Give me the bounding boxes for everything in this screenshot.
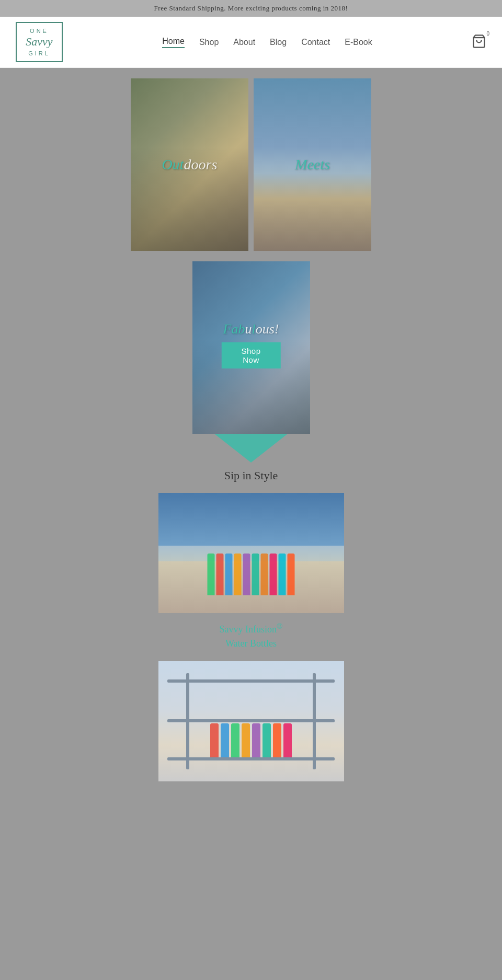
sip-in-style-text: Sip in Style: [31, 469, 471, 482]
bottles-row: [208, 554, 295, 595]
bottle: [288, 554, 295, 595]
nav-item-ebook[interactable]: E-Book: [345, 38, 372, 47]
bottle: [210, 723, 219, 757]
registered-mark: ®: [277, 622, 282, 630]
nav-item-about[interactable]: About: [233, 38, 255, 47]
bottle: [252, 554, 259, 595]
cart-icon: [472, 34, 486, 49]
cart-count: 0: [486, 31, 489, 37]
main-content: OutOutdoorsdoors Meets Fabulous! Shop No…: [0, 68, 502, 810]
outdoors-text: OutOutdoorsdoors: [162, 156, 218, 173]
hero-image-meets: Meets: [254, 78, 371, 251]
hero-image-outdoors: OutOutdoorsdoors: [131, 78, 248, 251]
nav-item-blog[interactable]: Blog: [270, 38, 287, 47]
cart-button[interactable]: 0: [472, 34, 486, 51]
product-name-text[interactable]: Savvy Infusion® Water Bottles: [31, 620, 471, 651]
nav-item-shop[interactable]: Shop: [199, 38, 219, 47]
bottle: [261, 554, 268, 595]
logo-line2: Savvy: [23, 34, 55, 50]
down-arrow-icon: [214, 434, 288, 463]
shop-now-button[interactable]: Shop Now: [222, 342, 281, 368]
main-nav: Home Shop About Blog Contact E-Book: [162, 37, 372, 48]
product-image-block-1[interactable]: [31, 493, 471, 613]
bottle: [279, 554, 286, 595]
bottle: [231, 723, 239, 757]
hero-center-block: Fabulous! Shop Now: [31, 261, 471, 434]
bottle: [242, 723, 250, 757]
banner-text: Free Standard Shipping. More exciting pr…: [154, 4, 348, 12]
bottle: [208, 554, 215, 595]
fabulous-text: Fabulous!: [222, 321, 281, 337]
bottle: [225, 554, 233, 595]
product-image-2: [158, 661, 344, 781]
product-image-1: [158, 493, 344, 613]
bottle: [263, 723, 271, 757]
nav-item-home[interactable]: Home: [162, 37, 185, 48]
arrow-down-area: [31, 434, 471, 463]
top-banner: Free Standard Shipping. More exciting pr…: [0, 0, 502, 17]
bottle: [216, 554, 224, 595]
bottle: [270, 554, 277, 595]
product-link-1[interactable]: Savvy Infusion® Water Bottles: [31, 620, 471, 651]
nav-item-contact[interactable]: Contact: [301, 38, 330, 47]
bottle: [243, 554, 250, 595]
hero-center-overlay: Fabulous! Shop Now: [222, 321, 281, 368]
product-image-block-2[interactable]: [31, 661, 471, 781]
bottle: [283, 723, 292, 757]
logo-line1: ONE: [23, 27, 55, 34]
hero-grid: OutOutdoorsdoors Meets: [31, 78, 471, 251]
product-name-line1: Savvy Infusion®: [220, 624, 283, 635]
header: ONE Savvy GIRL Home Shop About Blog Cont…: [0, 17, 502, 68]
bottles-row-2: [210, 723, 292, 757]
bottle: [273, 723, 281, 757]
bottle: [234, 554, 242, 595]
bottle: [252, 723, 260, 757]
meets-text: Meets: [295, 156, 330, 173]
hero-image-fabulous: Fabulous! Shop Now: [192, 261, 310, 434]
bottle: [221, 723, 229, 757]
logo-line3: GIRL: [23, 50, 55, 57]
logo[interactable]: ONE Savvy GIRL: [16, 22, 63, 62]
product-name-line2: Water Bottles: [225, 638, 277, 649]
